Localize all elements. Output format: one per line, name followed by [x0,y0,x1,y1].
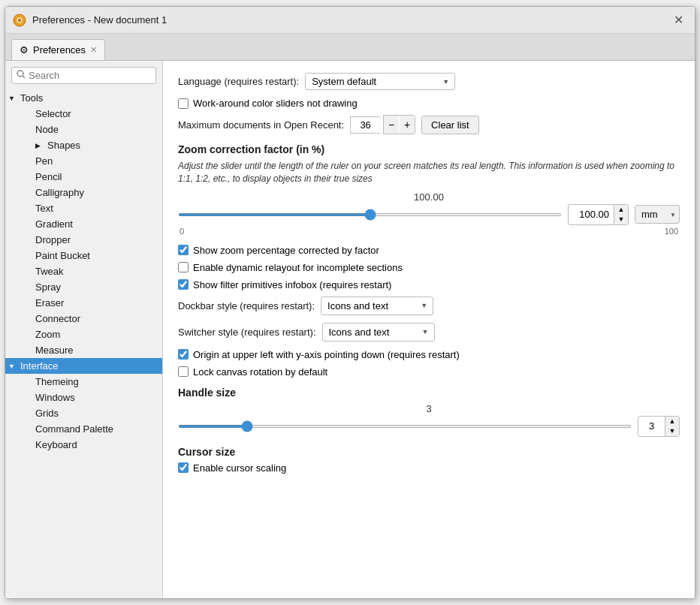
sidebar-item-label: Paint Bucket [35,250,90,261]
sidebar-item-measure[interactable]: Measure [5,342,162,358]
enable-dynamic-checkbox[interactable] [178,262,189,272]
language-select-wrapper: System default English French German Spa… [305,73,455,90]
dockbar-select-wrapper: Icons and text Icons only Text only [321,296,433,315]
max-recent-decrement[interactable]: − [384,116,399,134]
zoom-section-title: Zoom correction factor (in %) [178,143,680,155]
switcher-row: Switcher style (requires restart): Icons… [178,323,680,342]
zoom-value-input[interactable] [569,206,614,222]
preferences-tab[interactable]: ⚙ Preferences ✕ [11,39,105,60]
sidebar-item-keyboard[interactable]: Keyboard [5,437,162,453]
search-input[interactable] [29,70,151,81]
preferences-window: Preferences - New document 1 ✕ ⚙ Prefere… [5,6,695,599]
sidebar-item-label: Zoom [35,329,60,340]
max-recent-row: Maximum documents in Open Recent: − + Cl… [178,115,680,134]
expand-arrow: ▼ [8,363,17,370]
zoom-decrement[interactable]: ▼ [614,215,628,224]
language-row: Language (requires restart): System defa… [178,73,680,90]
sidebar-item-selector[interactable]: Selector [5,106,162,122]
close-button[interactable]: ✕ [669,11,687,29]
tab-bar: ⚙ Preferences ✕ [5,34,695,61]
sidebar: ▼ Tools Selector Node ▶ Shapes Pen Penci… [5,61,163,598]
sidebar-item-grids[interactable]: Grids [5,405,162,421]
sidebar-item-label: Calligraphy [35,187,84,198]
cursor-scaling-checkbox[interactable] [178,462,189,473]
sidebar-item-pen[interactable]: Pen [5,153,162,169]
zoom-slider[interactable] [178,213,562,216]
sidebar-item-calligraphy[interactable]: Calligraphy [5,185,162,200]
search-box[interactable] [11,67,156,84]
handle-slider-row: ▲ ▼ [178,416,680,437]
sidebar-item-dropper[interactable]: Dropper [5,232,162,248]
workaround-row: Work-around color sliders not drawing [178,98,680,109]
sidebar-item-label: Shapes [47,140,80,151]
sidebar-item-eraser[interactable]: Eraser [5,295,162,311]
origin-checkbox[interactable] [178,349,189,360]
tab-label: Preferences [33,44,86,56]
sidebar-item-label: Command Palette [35,423,113,435]
clear-list-button[interactable]: Clear list [421,116,479,134]
language-select[interactable]: System default English French German Spa… [305,73,455,90]
switcher-select[interactable]: Icons and text Icons only Text only [322,323,435,342]
show-filter-checkbox[interactable] [178,279,189,290]
sidebar-item-zoom[interactable]: Zoom [5,327,162,342]
sidebar-item-label: Interface [20,360,59,372]
tick-max: 100 [665,227,678,236]
zoom-unit-select[interactable]: mm cm in px [635,205,680,224]
switcher-select-wrapper: Icons and text Icons only Text only [322,323,435,342]
sidebar-item-label: Themeing [35,376,79,387]
origin-row: Origin at upper left with y-axis pointin… [178,349,680,360]
origin-label: Origin at upper left with y-axis pointin… [193,349,460,360]
sidebar-item-interface[interactable]: ▼ Interface [5,358,162,374]
zoom-stepper: ▲ ▼ [614,205,628,224]
max-recent-increment[interactable]: + [400,116,415,134]
sidebar-item-connector[interactable]: Connector [5,311,162,327]
sidebar-item-themeing[interactable]: Themeing [5,374,162,390]
handle-slider-label: 3 [178,403,680,414]
sidebar-item-tools[interactable]: ▼ Tools [5,90,162,106]
sidebar-item-spray[interactable]: Spray [5,279,162,295]
dockbar-select[interactable]: Icons and text Icons only Text only [321,296,433,315]
workaround-checkbox[interactable] [178,98,189,109]
search-icon [17,70,26,81]
handle-increment[interactable]: ▲ [665,417,679,426]
lock-canvas-checkbox[interactable] [178,366,189,377]
handle-stepper: ▲ ▼ [665,417,679,436]
expand-arrow: ▶ [35,142,44,149]
cursor-size-title: Cursor size [178,446,680,458]
sidebar-item-tweak[interactable]: Tweak [5,263,162,279]
handle-value-box: ▲ ▼ [638,416,680,437]
lock-canvas-row: Lock canvas rotation by default [178,366,680,378]
handle-value-input[interactable] [638,418,665,434]
sidebar-item-label: Spray [35,281,61,293]
show-filter-row: Show filter primitives infobox (requires… [178,279,680,290]
show-zoom-checkbox[interactable] [178,245,189,255]
handle-size-title: Handle size [178,387,680,399]
show-zoom-label: Show zoom percentage corrected by factor [193,245,379,256]
handle-decrement[interactable]: ▼ [665,426,679,436]
zoom-hint: Adjust the slider until the length of th… [178,160,680,185]
sidebar-item-label: Gradient [35,218,73,230]
zoom-increment[interactable]: ▲ [614,205,628,215]
sidebar-item-paint-bucket[interactable]: Paint Bucket [5,248,162,263]
cursor-scaling-row: Enable cursor scaling [178,462,680,474]
tab-close-icon[interactable]: ✕ [90,45,97,55]
max-recent-input[interactable] [350,116,380,134]
sidebar-item-windows[interactable]: Windows [5,390,162,405]
sidebar-item-label: Node [35,124,59,135]
sidebar-item-pencil[interactable]: Pencil [5,169,162,185]
sidebar-item-shapes[interactable]: ▶ Shapes [5,137,162,153]
max-recent-spinbox: − + [350,115,415,134]
handle-slider[interactable] [178,425,632,428]
sidebar-item-label: Text [35,203,53,214]
sidebar-item-gradient[interactable]: Gradient [5,216,162,232]
sidebar-item-label: Dropper [35,234,71,245]
handle-slider-area: 3 ▲ ▼ [178,403,680,437]
cursor-scaling-label: Enable cursor scaling [193,462,286,474]
sidebar-item-text[interactable]: Text [5,200,162,216]
sidebar-item-command-palette[interactable]: Command Palette [5,421,162,437]
sidebar-item-node[interactable]: Node [5,122,162,137]
enable-dynamic-row: Enable dynamic relayout for incomplete s… [178,262,680,273]
sidebar-item-label: Tweak [35,266,64,277]
sidebar-item-label: Pencil [35,171,62,182]
sidebar-item-label: Grids [35,408,59,419]
